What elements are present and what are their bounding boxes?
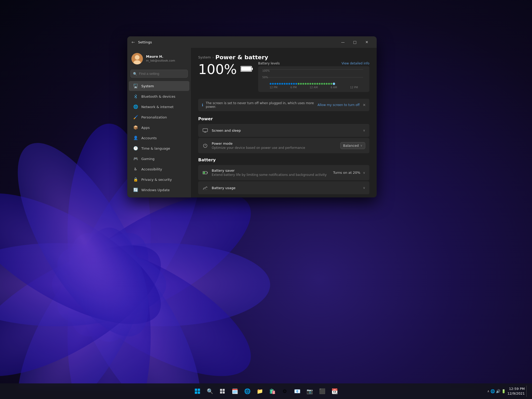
search-icon: 🔍 bbox=[133, 72, 137, 76]
calendar-taskbar-button[interactable]: 📆 bbox=[329, 385, 340, 397]
back-button[interactable]: ← bbox=[131, 40, 135, 45]
title-bar-left: ← Settings bbox=[131, 40, 152, 45]
photos-button[interactable]: 📷 bbox=[304, 385, 315, 397]
battery-usage-left: Battery usage bbox=[202, 185, 235, 191]
explorer-button[interactable]: 📁 bbox=[254, 385, 265, 397]
svg-rect-19 bbox=[223, 391, 225, 394]
chart-x-label-4: 6 AM bbox=[331, 86, 337, 89]
battery-saver-title: Battery saver bbox=[212, 169, 327, 172]
svg-rect-18 bbox=[220, 391, 222, 394]
breadcrumb-separator: › bbox=[212, 55, 214, 59]
show-desktop-button[interactable] bbox=[526, 385, 528, 397]
sidebar-item-gaming[interactable]: 🎮 Gaming bbox=[129, 154, 189, 164]
screen-sleep-header[interactable]: Screen and sleep ∨ bbox=[198, 124, 369, 137]
sound-icon: 🔊 bbox=[496, 389, 500, 393]
terminal-button[interactable]: ⬛ bbox=[316, 385, 328, 397]
battery-chart: 100% 50% bbox=[258, 66, 369, 92]
power-mode-row: Power mode Optimize your device based on… bbox=[198, 138, 369, 153]
taskview-button[interactable] bbox=[217, 385, 228, 397]
clock[interactable]: 12:59 PM 12/9/2021 bbox=[507, 387, 525, 396]
sidebar-item-time[interactable]: 🕐 Time & language bbox=[129, 143, 189, 153]
sidebar-label-bluetooth: Bluetooth & devices bbox=[141, 95, 175, 98]
power-section-title: Power bbox=[198, 116, 369, 121]
sidebar-item-personalization[interactable]: 🖌️ Personalization bbox=[129, 112, 189, 122]
sidebar-item-accounts[interactable]: 👤 Accounts bbox=[129, 133, 189, 143]
search-taskbar-button[interactable]: 🔍 bbox=[204, 385, 216, 397]
screen-sleep-right: ∨ bbox=[363, 129, 365, 132]
battery-usage-chevron: ∨ bbox=[363, 186, 365, 190]
battery-icon bbox=[241, 65, 253, 74]
battery-saver-subtitle: Extend battery life by limiting some not… bbox=[212, 173, 327, 177]
close-banner-button[interactable]: ✕ bbox=[363, 103, 366, 107]
power-mode-value: Balanced bbox=[343, 144, 359, 148]
chart-x-label-3: 12 AM bbox=[310, 86, 318, 89]
taskbar-right: ∧ 🌐 🔊 🔋 12:59 PM 12/9/2021 bbox=[487, 385, 532, 397]
system-icon: 🖥️ bbox=[133, 83, 138, 89]
svg-rect-26 bbox=[203, 129, 208, 132]
chart-50-label: 50% bbox=[262, 76, 268, 79]
widgets-button[interactable]: 🗓️ bbox=[229, 385, 241, 397]
battery-usage-header[interactable]: Battery usage ∨ bbox=[198, 181, 369, 194]
sidebar-item-system[interactable]: 🖥️ System bbox=[129, 81, 189, 91]
svg-rect-15 bbox=[198, 391, 200, 394]
screen-sleep-title: Screen and sleep bbox=[212, 129, 241, 132]
network-icon: 🌐 bbox=[133, 104, 138, 109]
time-display: 12:59 PM bbox=[507, 387, 525, 391]
main-content: System › Power & battery 100% Battery bbox=[191, 48, 377, 197]
svg-rect-12 bbox=[195, 389, 197, 391]
sidebar-item-bluetooth[interactable]: Bluetooth & devices bbox=[129, 91, 189, 101]
mail-button[interactable]: 📧 bbox=[291, 385, 303, 397]
sidebar: Mauro H. m_lab@outlook.com 🔍 🖥️ System B… bbox=[127, 48, 191, 197]
window-title: Settings bbox=[138, 40, 152, 44]
battery-saver-value: Turns on at 20% bbox=[333, 171, 360, 175]
accessibility-icon: ♿ bbox=[133, 167, 138, 172]
breadcrumb-parent[interactable]: System bbox=[198, 55, 211, 59]
power-mode-dropdown[interactable]: Balanced ∨ bbox=[340, 142, 365, 149]
sidebar-item-network[interactable]: 🌐 Network & internet bbox=[129, 102, 189, 112]
screen-sleep-text: Screen and sleep bbox=[212, 129, 241, 132]
maximize-button[interactable]: □ bbox=[349, 38, 361, 46]
chart-x-label-2: 6 PM bbox=[290, 86, 297, 89]
battery-usage-title: Battery usage bbox=[212, 186, 235, 190]
minimize-button[interactable]: — bbox=[337, 38, 349, 46]
battery-saver-header[interactable]: Battery saver Extend battery life by lim… bbox=[198, 165, 369, 180]
battery-section-title: Battery bbox=[198, 157, 369, 162]
screen-sleep-row: Screen and sleep ∨ bbox=[198, 124, 369, 137]
store-button[interactable]: 🛍️ bbox=[267, 385, 278, 397]
user-profile[interactable]: Mauro H. m_lab@outlook.com bbox=[127, 50, 191, 69]
allow-screen-off-link[interactable]: Allow my screen to turn off bbox=[317, 103, 360, 107]
window-controls: — □ ✕ bbox=[337, 38, 373, 46]
battery-usage-right: ∨ bbox=[363, 186, 365, 190]
time-icon: 🕐 bbox=[133, 146, 138, 151]
network-icon: 🌐 bbox=[490, 389, 495, 393]
start-button[interactable] bbox=[192, 385, 203, 397]
date-display: 12/9/2021 bbox=[507, 391, 525, 396]
user-name: Mauro H. bbox=[146, 55, 175, 59]
sidebar-item-apps[interactable]: 📦 Apps bbox=[129, 123, 189, 132]
edge-button[interactable]: 🌐 bbox=[242, 385, 253, 397]
battery-percentage-display: 100% bbox=[198, 62, 253, 77]
view-detailed-link[interactable]: View detailed info bbox=[342, 62, 369, 65]
svg-rect-14 bbox=[195, 391, 197, 394]
sidebar-item-privacy[interactable]: 🔒 Privacy & security bbox=[129, 175, 189, 184]
info-banner: ℹ The screen is set to never turn off wh… bbox=[198, 99, 369, 111]
privacy-icon: 🔒 bbox=[133, 177, 138, 182]
page-title: Power & battery bbox=[215, 54, 268, 61]
sidebar-item-update[interactable]: 🔄 Windows Update bbox=[129, 185, 189, 195]
battery-usage-text: Battery usage bbox=[212, 186, 235, 190]
power-mode-header[interactable]: Power mode Optimize your device based on… bbox=[198, 138, 369, 153]
battery-usage-icon bbox=[202, 185, 208, 191]
system-tray[interactable]: ∧ 🌐 🔊 🔋 bbox=[487, 389, 506, 393]
settings-taskbar-button[interactable]: ⚙️ bbox=[279, 385, 290, 397]
breadcrumb: System › Power & battery bbox=[198, 54, 369, 61]
battery-percent-text: 100% bbox=[198, 62, 237, 77]
sidebar-label-time: Time & language bbox=[141, 147, 170, 150]
battery-saver-left: Battery saver Extend battery life by lim… bbox=[202, 169, 327, 177]
power-mode-subtitle: Optimize your device based on power use … bbox=[212, 146, 305, 150]
sidebar-label-privacy: Privacy & security bbox=[141, 178, 172, 182]
search-input[interactable] bbox=[130, 70, 188, 78]
bluetooth-icon bbox=[133, 94, 138, 99]
battery-saver-icon bbox=[202, 170, 208, 176]
close-button[interactable]: ✕ bbox=[361, 38, 373, 46]
sidebar-item-accessibility[interactable]: ♿ Accessibility bbox=[129, 164, 189, 174]
